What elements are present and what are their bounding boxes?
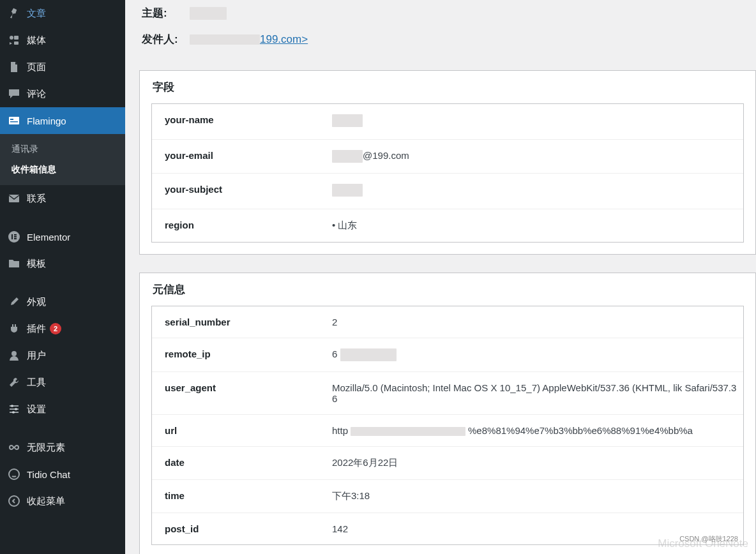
table-row: your-subject [152, 173, 743, 209]
sidebar-item-label: Elementor [27, 232, 70, 243]
svg-point-0 [10, 36, 13, 40]
sidebar-item-comments[interactable]: 评论 [0, 80, 125, 107]
submenu-inbox[interactable]: 收件箱信息 [0, 160, 125, 180]
table-row: your-name [152, 104, 743, 139]
sidebar-item-label: 插件 [27, 323, 46, 335]
collapse-icon [8, 495, 20, 507]
sidebar-item-label: 无限元素 [27, 442, 65, 454]
user-icon [8, 349, 20, 362]
meta-table: serial_number 2 remote_ip 6 user_agent M… [151, 306, 744, 545]
sidebar-item-appearance[interactable]: 外观 [0, 288, 125, 315]
sidebar-item-templates[interactable]: 模板 [0, 250, 125, 277]
meta-key: date [152, 447, 332, 478]
svg-rect-5 [10, 121, 18, 123]
table-row: region 山东 [152, 209, 743, 242]
submenu-address-book[interactable]: 通讯录 [0, 139, 125, 160]
sidebar-item-label: 联系 [27, 193, 46, 205]
svg-rect-4 [10, 119, 13, 120]
svg-rect-10 [14, 236, 17, 237]
sidebar-item-label: 用户 [27, 350, 46, 362]
subject-row: 主题: [142, 0, 756, 26]
sidebar-item-settings[interactable]: 设置 [0, 396, 125, 423]
redacted [332, 150, 363, 163]
svg-rect-2 [14, 41, 19, 45]
chat-icon [8, 468, 20, 481]
field-key: region [152, 209, 332, 241]
sidebar-item-elementor[interactable]: Elementor [0, 223, 125, 250]
card-icon [8, 114, 20, 127]
meta-value: Mozilla/5.0 (Macintosh; Intel Mac OS X 1… [332, 372, 743, 414]
table-row: your-email @199.com [152, 139, 743, 173]
meta-panel: 元信息 serial_number 2 remote_ip 6 user_age… [139, 273, 756, 554]
field-value: @199.com [332, 140, 743, 173]
comment-icon [8, 87, 20, 100]
field-value [332, 104, 743, 139]
wrench-icon [8, 376, 20, 389]
sidebar-item-label: Tidio Chat [27, 469, 70, 480]
redacted [332, 184, 363, 197]
pin-icon [8, 7, 20, 20]
sidebar-item-label: 模板 [27, 258, 46, 270]
sidebar-item-tools[interactable]: 工具 [0, 369, 125, 396]
svg-point-17 [15, 408, 17, 410]
svg-rect-3 [9, 117, 19, 124]
svg-rect-8 [11, 234, 13, 239]
sliders-icon [8, 403, 20, 416]
svg-point-19 [9, 469, 19, 479]
fields-table: your-name your-email @199.com your-subje… [151, 103, 744, 243]
meta-key: remote_ip [152, 338, 332, 370]
table-row: time 下午3:18 [152, 479, 743, 513]
svg-rect-6 [9, 195, 19, 202]
sidebar-item-posts[interactable]: 文章 [0, 0, 125, 27]
sidebar-item-media[interactable]: 媒体 [0, 27, 125, 54]
elementor-icon [8, 230, 20, 243]
fields-panel: 字段 your-name your-email @199.com your-su… [139, 70, 756, 255]
main-content: 主题: 发件人: 199.com> 字段 your-name your-emai… [125, 0, 756, 554]
table-row: remote_ip 6 [152, 338, 743, 371]
field-value [332, 174, 743, 209]
field-value: 山东 [332, 209, 743, 242]
field-key: your-email [152, 140, 332, 171]
table-row: url http%e8%81%94%e7%b3%bb%e6%88%91%e4%b… [152, 414, 743, 446]
plug-icon [8, 322, 20, 335]
message-header: 主题: 发件人: 199.com> [142, 0, 756, 52]
meta-key: user_agent [152, 372, 332, 403]
from-label: 发件人: [142, 32, 190, 47]
page-icon [8, 61, 20, 73]
svg-point-16 [11, 405, 13, 407]
svg-point-18 [12, 411, 15, 414]
sidebar-item-pages[interactable]: 页面 [0, 54, 125, 80]
flamingo-submenu: 通讯录 收件箱信息 [0, 134, 125, 185]
folder-icon [8, 257, 20, 270]
meta-key: post_id [152, 513, 332, 544]
sidebar-item-plugins[interactable]: 插件 2 [0, 315, 125, 342]
meta-value: 2022年6月22日 [332, 447, 743, 479]
sidebar-item-users[interactable]: 用户 [0, 342, 125, 369]
sidebar-item-label: Flamingo [27, 116, 66, 126]
table-row: user_agent Mozilla/5.0 (Macintosh; Intel… [152, 371, 743, 414]
sidebar-item-contact[interactable]: 联系 [0, 185, 125, 212]
from-link[interactable]: 199.com> [190, 33, 308, 46]
csdn-credit: CSDN @咯吱1228 [679, 534, 738, 544]
sidebar-collapse[interactable]: 收起菜单 [0, 488, 125, 514]
from-redacted [190, 34, 260, 45]
subject-value-redacted [190, 7, 227, 20]
meta-key: time [152, 480, 332, 511]
plugin-update-badge: 2 [50, 323, 61, 334]
field-key: your-subject [152, 174, 332, 205]
svg-rect-1 [14, 36, 19, 40]
sidebar-item-label: 文章 [27, 8, 46, 20]
meta-key: url [152, 415, 332, 446]
meta-value: 2 [332, 306, 743, 338]
svg-point-12 [11, 351, 17, 356]
svg-rect-9 [14, 234, 17, 236]
sidebar-item-tidio[interactable]: Tidio Chat [0, 461, 125, 488]
meta-panel-title: 元信息 [140, 273, 755, 306]
from-row: 发件人: 199.com> [142, 26, 756, 52]
subject-label: 主题: [142, 6, 190, 20]
sidebar-item-label: 设置 [27, 403, 46, 416]
sidebar-item-flamingo[interactable]: Flamingo [0, 107, 125, 134]
sidebar-item-unlimited[interactable]: 无限元素 [0, 434, 125, 461]
redacted [332, 114, 363, 127]
field-key: your-name [152, 104, 332, 135]
